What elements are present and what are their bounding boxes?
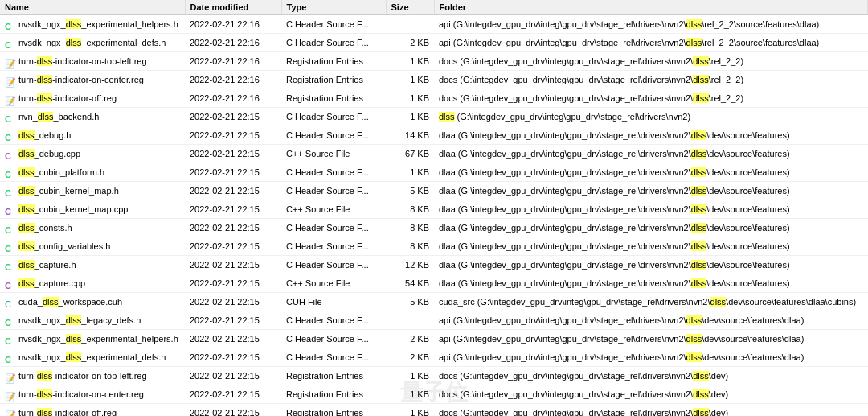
col-header-name[interactable]: Name	[0, 0, 185, 15]
folder-dlss-highlight: dlss	[686, 315, 702, 325]
file-size-cell: 1 KB	[386, 108, 434, 126]
file-date-cell: 2022-02-21 22:16	[185, 15, 281, 34]
file-name-cell: Cdlss_debug.cpp	[0, 145, 185, 163]
header-icon: C	[5, 241, 16, 253]
file-folder-cell: cuda_src (G:\integdev_gpu_drv\integ\gpu_…	[434, 293, 868, 311]
table-row[interactable]: Ccuda_dlss_workspace.cuh2022-02-21 22:15…	[0, 293, 868, 311]
table-row[interactable]: 📝turn-dlss-indicator-on-top-left.reg2022…	[0, 367, 868, 385]
folder-dlss-highlight: dlss	[691, 223, 707, 233]
file-name-cell: 📝turn-dlss-indicator-off.reg	[0, 89, 185, 108]
col-header-size[interactable]: Size	[386, 0, 434, 15]
table-row[interactable]: Cdlss_consts.h2022-02-21 22:15C Header S…	[0, 219, 868, 237]
header-icon: C	[5, 315, 16, 327]
file-name-cell: 📝turn-dlss-indicator-off.reg	[0, 404, 185, 417]
file-size-cell: 67 KB	[386, 145, 434, 163]
file-folder-cell: dlaa (G:\integdev_gpu_drv\integ\gpu_drv\…	[434, 274, 868, 293]
file-size-cell	[386, 15, 434, 34]
file-folder-cell: dlaa (G:\integdev_gpu_drv\integ\gpu_drv\…	[434, 163, 868, 182]
table-row[interactable]: Cnvsdk_ngx_dlss_experimental_helpers.h20…	[0, 15, 868, 34]
highlight-text: dlss	[18, 260, 35, 270]
folder-dlss-highlight: dlss	[686, 352, 702, 362]
file-size-cell: 2 KB	[386, 34, 434, 52]
table-row[interactable]: 📝turn-dlss-indicator-off.reg2022-02-21 2…	[0, 89, 868, 108]
file-date-cell: 2022-02-21 22:15	[185, 163, 281, 182]
cpp-icon: C	[5, 278, 16, 290]
table-row[interactable]: 📝turn-dlss-indicator-on-center.reg2022-0…	[0, 71, 868, 89]
file-list-container[interactable]: Name Date modified Type Size Folder Cnvs…	[0, 0, 868, 416]
file-type-cell: C Header Source F...	[281, 348, 386, 367]
file-type-cell: C Header Source F...	[281, 182, 386, 200]
file-type-cell: C++ Source File	[281, 200, 386, 219]
folder-dlss-highlight: dlss	[693, 93, 709, 103]
table-row[interactable]: Cdlss_capture.h2022-02-21 22:15C Header …	[0, 256, 868, 274]
highlight-text: dlss	[66, 352, 82, 362]
header-icon: C	[5, 19, 16, 31]
file-type-cell: C Header Source F...	[281, 237, 386, 256]
file-size-cell: 8 KB	[386, 200, 434, 219]
table-row[interactable]: 📝turn-dlss-indicator-on-center.reg2022-0…	[0, 385, 868, 404]
table-row[interactable]: Cnvsdk_ngx_dlss_legacy_defs.h2022-02-21 …	[0, 311, 868, 330]
folder-dlss-highlight: dlss	[691, 130, 707, 140]
table-row[interactable]: Cnvsdk_ngx_dlss_experimental_defs.h2022-…	[0, 34, 868, 52]
highlight-text: dlss	[18, 223, 35, 233]
file-date-cell: 2022-02-21 22:15	[185, 182, 281, 200]
table-row[interactable]: 📝turn-dlss-indicator-off.reg2022-02-21 2…	[0, 404, 868, 417]
file-name-cell: Cnvn_dlss_backend.h	[0, 108, 185, 126]
cuh-icon: C	[5, 297, 16, 308]
highlight-text: dlss	[66, 19, 82, 29]
file-folder-cell: api (G:\integdev_gpu_drv\integ\gpu_drv\s…	[434, 34, 868, 52]
file-date-cell: 2022-02-21 22:16	[185, 71, 281, 89]
file-date-cell: 2022-02-21 22:16	[185, 52, 281, 71]
reg-icon: 📝	[5, 93, 16, 105]
file-table: Name Date modified Type Size Folder Cnvs…	[0, 0, 868, 416]
file-date-cell: 2022-02-21 22:15	[185, 404, 281, 417]
table-row[interactable]: Cdlss_cubin_platform.h2022-02-21 22:15C …	[0, 163, 868, 182]
reg-icon: 📝	[5, 389, 16, 401]
file-date-cell: 2022-02-21 22:15	[185, 293, 281, 311]
header-icon: C	[5, 38, 16, 49]
header-icon: C	[5, 334, 16, 345]
header-icon: C	[5, 352, 16, 364]
header-icon: C	[5, 186, 16, 197]
table-row[interactable]: Cdlss_debug.cpp2022-02-21 22:15C++ Sourc…	[0, 145, 868, 163]
highlight-text: dlss	[18, 167, 35, 177]
folder-dlss-highlight: dlss	[693, 56, 709, 66]
file-folder-cell: api (G:\integdev_gpu_drv\integ\gpu_drv\s…	[434, 348, 868, 367]
file-name-cell: 📝turn-dlss-indicator-on-center.reg	[0, 385, 185, 404]
col-header-folder[interactable]: Folder	[434, 0, 868, 15]
file-size-cell: 1 KB	[386, 385, 434, 404]
file-date-cell: 2022-02-21 22:15	[185, 311, 281, 330]
header-icon: C	[5, 167, 16, 179]
table-row[interactable]: Cdlss_config_variables.h2022-02-21 22:15…	[0, 237, 868, 256]
file-name-cell: Cnvsdk_ngx_dlss_legacy_defs.h	[0, 311, 185, 330]
file-size-cell: 2 KB	[386, 330, 434, 348]
table-row[interactable]: 📝turn-dlss-indicator-on-top-left.reg2022…	[0, 52, 868, 71]
table-row[interactable]: Cdlss_cubin_kernel_map.h2022-02-21 22:15…	[0, 182, 868, 200]
folder-dlss-highlight: dlss	[693, 371, 709, 381]
folder-dlss-highlight: dlss	[686, 19, 702, 29]
table-row[interactable]: Cnvn_dlss_backend.h2022-02-21 22:15C Hea…	[0, 108, 868, 126]
folder-dlss-highlight: dlss	[691, 167, 707, 177]
header-icon: C	[5, 130, 16, 142]
table-row[interactable]: Cdlss_debug.h2022-02-21 22:15C Header So…	[0, 126, 868, 145]
file-date-cell: 2022-02-21 22:15	[185, 237, 281, 256]
file-name-cell: 📝turn-dlss-indicator-on-top-left.reg	[0, 52, 185, 71]
folder-dlss-highlight: dlss	[691, 260, 707, 270]
folder-dlss-highlight: dlss	[686, 334, 702, 344]
header-icon: C	[5, 260, 16, 271]
file-date-cell: 2022-02-21 22:15	[185, 108, 281, 126]
highlight-text: dlss	[18, 278, 35, 288]
file-type-cell: Registration Entries	[281, 404, 386, 417]
table-row[interactable]: Cnvsdk_ngx_dlss_experimental_helpers.h20…	[0, 330, 868, 348]
file-folder-cell: dlaa (G:\integdev_gpu_drv\integ\gpu_drv\…	[434, 182, 868, 200]
table-row[interactable]: Cnvsdk_ngx_dlss_experimental_defs.h2022-…	[0, 348, 868, 367]
file-type-cell: Registration Entries	[281, 89, 386, 108]
table-row[interactable]: Cdlss_capture.cpp2022-02-21 22:15C++ Sou…	[0, 274, 868, 293]
file-type-cell: C Header Source F...	[281, 15, 386, 34]
file-date-cell: 2022-02-21 22:15	[185, 126, 281, 145]
col-header-date[interactable]: Date modified	[185, 0, 281, 15]
col-header-type[interactable]: Type	[281, 0, 386, 15]
table-row[interactable]: Cdlss_cubin_kernel_map.cpp2022-02-21 22:…	[0, 200, 868, 219]
file-size-cell: 8 KB	[386, 237, 434, 256]
file-type-cell: Registration Entries	[281, 367, 386, 385]
